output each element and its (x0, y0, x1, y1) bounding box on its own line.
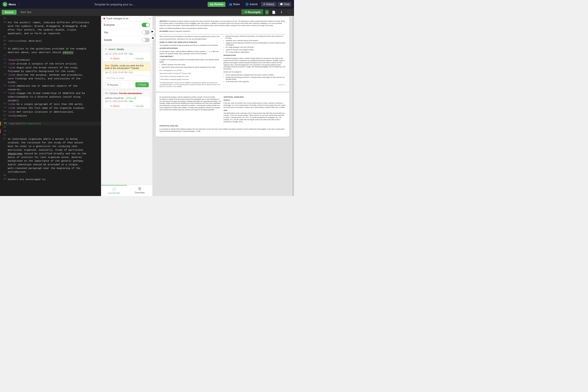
overview-tab[interactable]: ☰ Overview (127, 185, 152, 196)
everyone-toggle[interactable] (142, 23, 150, 27)
submit-button[interactable]: 🌐 Submit (243, 2, 260, 7)
pdf-content[interactable]: ABSTRACT The abstract should be written … (152, 16, 292, 196)
menu-label: Menu (8, 3, 16, 6)
editor-content[interactable]: 65 66 For the authors' names, indicate d… (0, 16, 101, 196)
everyone-toggle-knob (146, 23, 149, 27)
pdf-panel: ABSTRACT The abstract should be written … (152, 16, 292, 196)
resolve-icon: ✉ (107, 84, 109, 86)
main-layout: 65 66 For the authors' names, indicate d… (0, 16, 294, 196)
you-toggle-knob (142, 31, 146, 34)
change-actions: ✕ Reject ✓ Accept (103, 56, 150, 61)
change-card-deleted: Ab Deleted For the introduction, authors… (103, 90, 151, 109)
download-icon[interactable]: ⬇ (278, 10, 284, 15)
editor-line: 84 (0, 126, 101, 130)
reject-deleted-button[interactable]: ✕ Reject (103, 103, 127, 109)
right-scrollbar[interactable] (292, 16, 294, 196)
top-bar: ● Menu ↑ Template for preparing your su.… (0, 0, 294, 8)
app-logo: ● (2, 2, 7, 7)
editor-panel: 65 66 For the authors' names, indicate d… (0, 16, 101, 196)
current-file-tab[interactable]: 📄 Current file (101, 185, 127, 196)
source-button[interactable]: Source (2, 10, 16, 14)
current-file-icon: 📄 (112, 187, 116, 191)
recompile-dropdown[interactable]: ▾ (265, 10, 269, 14)
pdf-page2-content: the experimental analysis could be repea… (160, 96, 286, 133)
share-icon: 👥 (229, 3, 232, 6)
chat-button[interactable]: 💬 Chat (278, 2, 292, 7)
reply-button[interactable]: ↩ Reply (136, 82, 149, 87)
editor-line: 75 \item describe the purpose, methods a… (0, 73, 101, 84)
change-action: Added (108, 48, 116, 50)
deleted-actions: ✕ Reject ✓ Accept (103, 103, 150, 109)
document-title: Template for preparing your su... (94, 3, 134, 6)
deleted-meta: Jan 22, 2019 10:46 PM • You (103, 100, 150, 103)
review-cards-area[interactable]: ✏ Added ideally Jan 22, 2019 10:45 PM • … (101, 44, 152, 185)
review-button[interactable]: Ab Review (208, 2, 226, 7)
pdf-abstract-section: ABSTRACT The abstract should be written … (160, 20, 286, 88)
editor-line: 70 In addition to the guidelines provide… (0, 47, 101, 54)
nav-prev-arrow[interactable]: ◀ (150, 35, 155, 40)
editor-line: 69 (0, 43, 101, 47)
comment-meta: Jan 22, 2019 10:45 PM • Edit (103, 71, 150, 74)
accept-deleted-button[interactable]: ✓ Accept (127, 103, 151, 109)
recompile-button[interactable]: ↺ Recompile (242, 10, 264, 15)
editor-line: 85 ; (0, 130, 101, 133)
history-button[interactable]: ↺ History (261, 2, 276, 7)
track-dropdown-icon[interactable]: ▾ (149, 18, 150, 20)
review-icon: Ab (210, 3, 214, 6)
deleted-text: For the introduction, (119, 92, 142, 94)
track-changes-label: Track changes is on (106, 17, 148, 20)
editor-line: 78 \item be a single paragraph of less t… (0, 102, 101, 106)
submit-icon: 🌐 (246, 3, 249, 6)
editor-line: 77 \item engage the broad readership of … (0, 91, 101, 102)
you-toggle-row: You (101, 29, 152, 36)
you-toggle[interactable] (142, 30, 150, 34)
expand-icon[interactable]: ⛶ (286, 10, 292, 15)
resolve-button[interactable]: ✉ Resolve (105, 82, 121, 87)
edit-link[interactable]: Edit (129, 71, 132, 74)
show-all-link[interactable]: [show all] (126, 97, 136, 99)
deleted-action: Deleted (110, 92, 118, 94)
change-card-added: ✏ Added ideally Jan 22, 2019 10:45 PM • … (103, 46, 151, 62)
reply-input[interactable]: Hit Enter to reply (105, 76, 149, 80)
deleted-card-header: Ab Deleted For the introduction, (103, 90, 150, 96)
history-icon: ↺ (263, 3, 265, 6)
editor-line: 76 \item emphasize new or important aspe… (0, 84, 101, 91)
nav-next-arrow[interactable]: ▶ (150, 29, 155, 34)
editor-line: 88 (0, 174, 101, 178)
editor-line: 72 \begin{itemize} (0, 58, 101, 62)
editor-line: 83 \section{Introduction} (0, 122, 101, 126)
recompile-icon: ↺ (244, 11, 247, 14)
chat-icon: 💬 (280, 3, 283, 6)
change-added-text: ideally (117, 48, 124, 50)
comment-header: You: Charlie, could you write the first … (103, 63, 150, 71)
pdf-page-top: ABSTRACT The abstract should be written … (156, 17, 289, 92)
change-card-header: ✏ Added ideally (103, 46, 150, 52)
doc-icon[interactable]: 📄 (270, 10, 277, 15)
review-panel: Track changes is on ▾ Everyone You Guest… (101, 16, 152, 196)
ab-icon: Ab (105, 92, 108, 95)
richtext-button[interactable]: Rich Text (18, 10, 34, 14)
editor-line: 66 For the authors' names, indicate diff… (0, 21, 101, 35)
guests-label: Guests (104, 38, 142, 42)
editor-line: 86 (0, 133, 101, 137)
abstract-title: ABSTRACT (160, 20, 168, 22)
editor-line: 71 (0, 54, 101, 58)
comment-footer: ✉ Resolve ↩ Reply (103, 82, 150, 88)
top-actions: Ab Review 👥 Share 🌐 Submit ↺ History 💬 C… (208, 2, 292, 7)
accept-button[interactable]: ✓ Accept (127, 56, 151, 61)
deleted-text-cont: authors should be... [show all] (103, 96, 150, 100)
guests-toggle-row: Guests (101, 36, 152, 44)
editor-line: 73 \item provide a synopsis of the entir… (0, 62, 101, 66)
secondary-bar: Source Rich Text ↺ Recompile ▾ 📄 ⬇ ⛶ (0, 8, 294, 16)
everyone-toggle-row: Everyone (101, 21, 152, 29)
editor-line: 80 \item NOT contain citations or abbrev… (0, 110, 101, 114)
cursor-icon: ↑ (18, 2, 20, 6)
editor-line: 89 Authors are encouraged to: (0, 178, 101, 182)
reject-button[interactable]: ✕ Reject (103, 56, 127, 61)
track-dot (103, 18, 105, 19)
editor-line: 82 (0, 118, 101, 122)
editor-line: 79 \item contain the full name of the or… (0, 106, 101, 110)
menu-button[interactable]: ● Menu (2, 2, 16, 7)
guests-toggle[interactable] (142, 38, 150, 42)
share-button[interactable]: 👥 Share (227, 2, 242, 7)
